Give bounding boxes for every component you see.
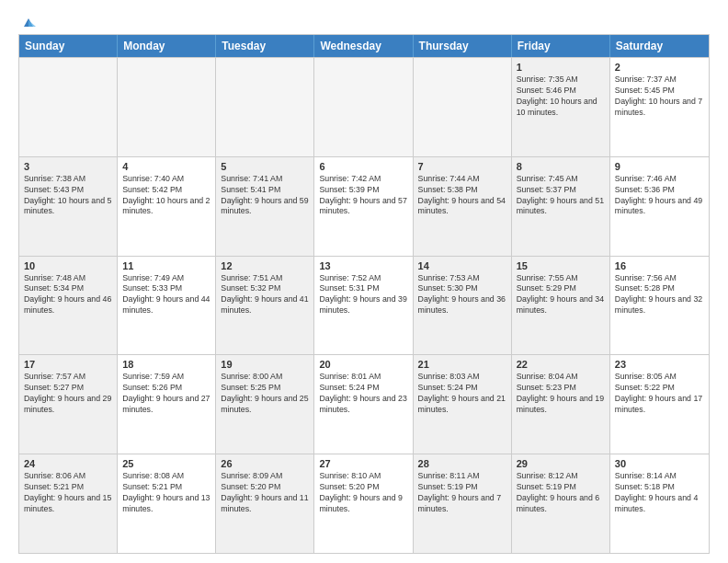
day-info: Sunrise: 8:06 AM Sunset: 5:21 PM Dayligh… bbox=[24, 471, 112, 515]
calendar: SundayMondayTuesdayWednesdayThursdayFrid… bbox=[18, 34, 710, 554]
day-info: Sunrise: 8:12 AM Sunset: 5:19 PM Dayligh… bbox=[517, 471, 605, 515]
day-info: Sunrise: 7:56 AM Sunset: 5:28 PM Dayligh… bbox=[615, 273, 704, 317]
header-cell-sunday: Sunday bbox=[19, 35, 118, 57]
day-info: Sunrise: 8:00 AM Sunset: 5:25 PM Dayligh… bbox=[221, 372, 309, 416]
cal-cell-18: 18Sunrise: 7:59 AM Sunset: 5:26 PM Dayli… bbox=[118, 355, 216, 454]
header-cell-wednesday: Wednesday bbox=[314, 35, 413, 57]
day-info: Sunrise: 7:46 AM Sunset: 5:36 PM Dayligh… bbox=[615, 174, 704, 218]
day-info: Sunrise: 8:03 AM Sunset: 5:24 PM Dayligh… bbox=[418, 372, 506, 416]
day-info: Sunrise: 8:04 AM Sunset: 5:23 PM Dayligh… bbox=[517, 372, 605, 416]
header-cell-monday: Monday bbox=[118, 35, 216, 57]
cal-cell-5: 5Sunrise: 7:41 AM Sunset: 5:41 PM Daylig… bbox=[216, 157, 314, 256]
header-cell-friday: Friday bbox=[512, 35, 610, 57]
calendar-header: SundayMondayTuesdayWednesdayThursdayFrid… bbox=[19, 35, 709, 57]
cal-cell-15: 15Sunrise: 7:55 AM Sunset: 5:29 PM Dayli… bbox=[512, 257, 610, 355]
cal-cell-27: 27Sunrise: 8:10 AM Sunset: 5:20 PM Dayli… bbox=[314, 454, 413, 553]
cal-cell-20: 20Sunrise: 8:01 AM Sunset: 5:24 PM Dayli… bbox=[314, 355, 413, 454]
day-number: 13 bbox=[319, 260, 407, 271]
calendar-row-2: 10Sunrise: 7:48 AM Sunset: 5:34 PM Dayli… bbox=[19, 256, 709, 355]
cal-cell-empty-0 bbox=[19, 58, 118, 156]
day-info: Sunrise: 7:59 AM Sunset: 5:26 PM Dayligh… bbox=[122, 372, 210, 416]
day-info: Sunrise: 7:45 AM Sunset: 5:37 PM Dayligh… bbox=[517, 174, 605, 218]
day-number: 14 bbox=[418, 260, 506, 271]
day-number: 25 bbox=[122, 458, 210, 469]
day-number: 15 bbox=[517, 260, 605, 271]
cal-cell-14: 14Sunrise: 7:53 AM Sunset: 5:30 PM Dayli… bbox=[414, 257, 512, 355]
cal-cell-9: 9Sunrise: 7:46 AM Sunset: 5:36 PM Daylig… bbox=[610, 157, 709, 256]
day-info: Sunrise: 7:49 AM Sunset: 5:33 PM Dayligh… bbox=[122, 273, 210, 317]
day-info: Sunrise: 8:05 AM Sunset: 5:22 PM Dayligh… bbox=[615, 372, 704, 416]
cal-cell-13: 13Sunrise: 7:52 AM Sunset: 5:31 PM Dayli… bbox=[314, 257, 413, 355]
day-info: Sunrise: 8:14 AM Sunset: 5:18 PM Dayligh… bbox=[615, 471, 704, 515]
day-number: 8 bbox=[517, 161, 605, 172]
day-number: 20 bbox=[319, 359, 407, 370]
day-info: Sunrise: 8:10 AM Sunset: 5:20 PM Dayligh… bbox=[319, 471, 407, 515]
cal-cell-8: 8Sunrise: 7:45 AM Sunset: 5:37 PM Daylig… bbox=[512, 157, 610, 256]
cal-cell-2: 2Sunrise: 7:37 AM Sunset: 5:45 PM Daylig… bbox=[610, 58, 709, 156]
page: SundayMondayTuesdayWednesdayThursdayFrid… bbox=[0, 0, 728, 563]
day-info: Sunrise: 7:40 AM Sunset: 5:42 PM Dayligh… bbox=[122, 174, 210, 218]
cal-cell-7: 7Sunrise: 7:44 AM Sunset: 5:38 PM Daylig… bbox=[414, 157, 512, 256]
day-number: 19 bbox=[221, 359, 309, 370]
day-info: Sunrise: 7:55 AM Sunset: 5:29 PM Dayligh… bbox=[517, 273, 605, 317]
day-number: 6 bbox=[319, 161, 407, 172]
day-number: 7 bbox=[418, 161, 506, 172]
day-info: Sunrise: 7:38 AM Sunset: 5:43 PM Dayligh… bbox=[24, 174, 112, 218]
day-info: Sunrise: 7:44 AM Sunset: 5:38 PM Dayligh… bbox=[418, 174, 506, 218]
cal-cell-26: 26Sunrise: 8:09 AM Sunset: 5:20 PM Dayli… bbox=[216, 454, 314, 553]
day-number: 28 bbox=[418, 458, 506, 469]
day-info: Sunrise: 8:11 AM Sunset: 5:19 PM Dayligh… bbox=[418, 471, 506, 515]
cal-cell-30: 30Sunrise: 8:14 AM Sunset: 5:18 PM Dayli… bbox=[610, 454, 709, 553]
day-number: 23 bbox=[615, 359, 704, 370]
cal-cell-23: 23Sunrise: 8:05 AM Sunset: 5:22 PM Dayli… bbox=[610, 355, 709, 454]
day-number: 9 bbox=[615, 161, 704, 172]
day-number: 21 bbox=[418, 359, 506, 370]
day-info: Sunrise: 7:52 AM Sunset: 5:31 PM Dayligh… bbox=[319, 273, 407, 317]
day-info: Sunrise: 7:41 AM Sunset: 5:41 PM Dayligh… bbox=[221, 174, 309, 218]
cal-cell-28: 28Sunrise: 8:11 AM Sunset: 5:19 PM Dayli… bbox=[414, 454, 512, 553]
cal-cell-4: 4Sunrise: 7:40 AM Sunset: 5:42 PM Daylig… bbox=[118, 157, 216, 256]
cal-cell-16: 16Sunrise: 7:56 AM Sunset: 5:28 PM Dayli… bbox=[610, 257, 709, 355]
day-number: 24 bbox=[24, 458, 112, 469]
day-info: Sunrise: 8:08 AM Sunset: 5:21 PM Dayligh… bbox=[122, 471, 210, 515]
calendar-row-0: 1Sunrise: 7:35 AM Sunset: 5:46 PM Daylig… bbox=[19, 57, 709, 156]
day-number: 17 bbox=[24, 359, 112, 370]
header-cell-saturday: Saturday bbox=[610, 35, 709, 57]
day-info: Sunrise: 8:09 AM Sunset: 5:20 PM Dayligh… bbox=[221, 471, 309, 515]
header-cell-tuesday: Tuesday bbox=[216, 35, 314, 57]
day-info: Sunrise: 7:42 AM Sunset: 5:39 PM Dayligh… bbox=[319, 174, 407, 218]
cal-cell-24: 24Sunrise: 8:06 AM Sunset: 5:21 PM Dayli… bbox=[19, 454, 118, 553]
cal-cell-29: 29Sunrise: 8:12 AM Sunset: 5:19 PM Dayli… bbox=[512, 454, 610, 553]
cal-cell-3: 3Sunrise: 7:38 AM Sunset: 5:43 PM Daylig… bbox=[19, 157, 118, 256]
day-info: Sunrise: 7:37 AM Sunset: 5:45 PM Dayligh… bbox=[615, 75, 704, 119]
day-number: 5 bbox=[221, 161, 309, 172]
day-number: 30 bbox=[615, 458, 704, 469]
cal-cell-10: 10Sunrise: 7:48 AM Sunset: 5:34 PM Dayli… bbox=[19, 257, 118, 355]
day-info: Sunrise: 7:51 AM Sunset: 5:32 PM Dayligh… bbox=[221, 273, 309, 317]
day-number: 11 bbox=[122, 260, 210, 271]
calendar-row-4: 24Sunrise: 8:06 AM Sunset: 5:21 PM Dayli… bbox=[19, 454, 709, 553]
day-number: 18 bbox=[122, 359, 210, 370]
day-info: Sunrise: 7:48 AM Sunset: 5:34 PM Dayligh… bbox=[24, 273, 112, 317]
cal-cell-1: 1Sunrise: 7:35 AM Sunset: 5:46 PM Daylig… bbox=[512, 58, 610, 156]
cal-cell-empty-4 bbox=[414, 58, 512, 156]
day-info: Sunrise: 8:01 AM Sunset: 5:24 PM Dayligh… bbox=[319, 372, 407, 416]
logo bbox=[18, 14, 37, 27]
cal-cell-empty-2 bbox=[216, 58, 314, 156]
day-number: 2 bbox=[615, 62, 704, 73]
day-number: 4 bbox=[122, 161, 210, 172]
day-number: 22 bbox=[517, 359, 605, 370]
cal-cell-21: 21Sunrise: 8:03 AM Sunset: 5:24 PM Dayli… bbox=[414, 355, 512, 454]
cal-cell-25: 25Sunrise: 8:08 AM Sunset: 5:21 PM Dayli… bbox=[118, 454, 216, 553]
cal-cell-empty-3 bbox=[314, 58, 413, 156]
day-number: 26 bbox=[221, 458, 309, 469]
day-number: 1 bbox=[517, 62, 605, 73]
cal-cell-22: 22Sunrise: 8:04 AM Sunset: 5:23 PM Dayli… bbox=[512, 355, 610, 454]
calendar-row-1: 3Sunrise: 7:38 AM Sunset: 5:43 PM Daylig… bbox=[19, 156, 709, 256]
day-number: 29 bbox=[517, 458, 605, 469]
day-number: 12 bbox=[221, 260, 309, 271]
day-info: Sunrise: 7:53 AM Sunset: 5:30 PM Dayligh… bbox=[418, 273, 506, 317]
day-number: 16 bbox=[615, 260, 704, 271]
header-cell-thursday: Thursday bbox=[414, 35, 512, 57]
day-info: Sunrise: 7:57 AM Sunset: 5:27 PM Dayligh… bbox=[24, 372, 112, 416]
